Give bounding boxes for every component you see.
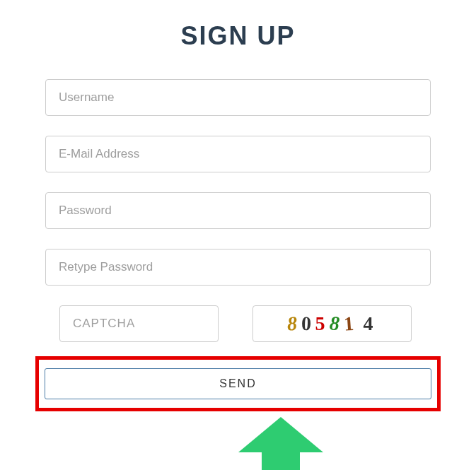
captcha-digit: 1 [342,312,358,335]
captcha-digit: 8 [286,312,302,335]
username-input[interactable] [45,79,431,116]
send-button[interactable]: SEND [45,368,431,399]
page-title: SIGN UP [45,21,431,51]
send-highlight-box: SEND [35,356,441,411]
captcha-digit: 0 [301,312,315,336]
captcha-digit: 4 [364,312,378,335]
email-input[interactable] [45,136,431,172]
captcha-digit: 8 [329,312,344,335]
captcha-digit: 5 [315,312,330,335]
password-input[interactable] [45,192,431,229]
captcha-row: 8 0 5 8 1 4 [59,305,431,342]
captcha-input[interactable] [59,305,219,342]
captcha-image: 8 0 5 8 1 4 [252,305,412,342]
retype-password-input[interactable] [45,249,431,286]
